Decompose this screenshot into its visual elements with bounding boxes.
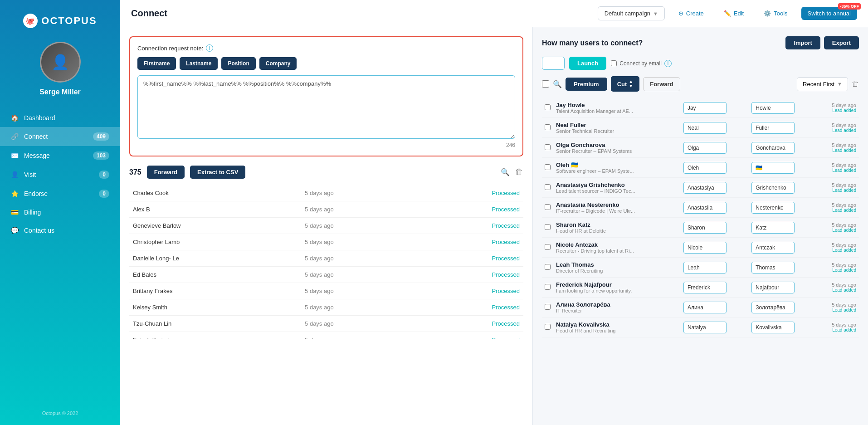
lead-first-input[interactable] (683, 182, 727, 194)
queue-header: 375 Forward Extract to CSV 🔍 🗑 (129, 166, 523, 179)
edit-button[interactable]: ✏️ Edit (717, 7, 750, 20)
lead-checkbox[interactable] (545, 144, 551, 150)
sidebar-badge: 103 (93, 151, 109, 160)
campaign-select[interactable]: Default campaign ▼ (598, 6, 665, 20)
lead-title: Director of Recruiting (556, 268, 678, 274)
tag-position[interactable]: Position (221, 57, 255, 70)
lead-last-input[interactable] (751, 142, 795, 154)
lead-first-input[interactable] (683, 122, 727, 134)
info-icon[interactable]: i (206, 44, 213, 52)
sidebar-item-connect[interactable]: 🔗 Connect 409 (0, 127, 120, 146)
table-row: Tzu-Chuan Lin 5 days ago Processed (129, 316, 523, 332)
lead-first-input[interactable] (683, 202, 727, 214)
lead-first-input[interactable] (683, 242, 727, 254)
sidebar-item-label: Contact us (24, 227, 54, 234)
lead-checkbox[interactable] (545, 164, 551, 170)
lead-last-input[interactable] (751, 102, 795, 114)
sidebar-item-visit[interactable]: 👤 Visit 0 (0, 165, 120, 184)
message-input[interactable] (137, 75, 515, 139)
table-row: Kelsey Smith 5 days ago Processed (129, 299, 523, 316)
sidebar-item-message[interactable]: ✉️ Message 103 (0, 146, 120, 165)
sidebar-item-contact[interactable]: 💬 Contact us (0, 221, 120, 239)
cut-button[interactable]: Cut ▲▼ (611, 76, 640, 92)
lead-last-input[interactable] (751, 282, 795, 293)
lead-first-input[interactable] (683, 322, 727, 333)
lead-first-input[interactable] (683, 282, 727, 293)
tools-button[interactable]: ⚙️ Tools (757, 7, 794, 20)
extract-csv-button[interactable]: Extract to CSV (190, 166, 245, 179)
sidebar-nav: 🏠 Dashboard 🔗 Connect 409 ✉️ Message 103… (0, 109, 120, 239)
lead-last-input[interactable] (751, 122, 795, 134)
leads-search-button[interactable]: 🔍 (553, 80, 562, 88)
import-button[interactable]: Import (785, 36, 820, 49)
select-all-checkbox[interactable] (542, 80, 549, 88)
lead-checkbox[interactable] (545, 124, 551, 130)
switch-annual-button[interactable]: Switch to annual -35% OFF (801, 7, 857, 20)
lead-last-input[interactable] (751, 202, 795, 214)
queue-delete-button[interactable]: 🗑 (515, 167, 523, 177)
lead-first-input[interactable] (683, 262, 727, 274)
lead-title: Head of HR and Recruiting (556, 328, 678, 333)
lead-last-input[interactable] (751, 242, 795, 254)
lead-first-input[interactable] (683, 302, 727, 313)
lead-status: Processed (414, 283, 523, 299)
launch-button[interactable]: Launch (569, 57, 606, 70)
lead-checkbox[interactable] (545, 304, 551, 310)
lead-first-input[interactable] (683, 162, 727, 174)
premium-filter-button[interactable]: Premium (566, 78, 607, 91)
leads-delete-button[interactable]: 🗑 (852, 80, 859, 88)
lead-first-input[interactable] (683, 142, 727, 154)
list-item: Natalya Kovalivska Head of HR and Recrui… (542, 318, 859, 337)
tag-company[interactable]: Company (259, 57, 297, 70)
sidebar-item-dashboard[interactable]: 🏠 Dashboard (0, 109, 120, 127)
lead-last-input[interactable] (751, 302, 795, 313)
email-check: Connect by email i (611, 60, 672, 67)
sidebar-item-label: Visit (24, 171, 36, 178)
lead-name: Olga Goncharova (556, 142, 678, 148)
lead-checkbox[interactable] (545, 244, 551, 250)
lead-name: Алина Золотарёва (556, 301, 678, 308)
lead-last-input[interactable] (751, 262, 795, 274)
lead-status: Processed (414, 234, 523, 250)
lead-last-input[interactable] (751, 322, 795, 333)
message-icon: ✉️ (11, 152, 19, 159)
queue-search-button[interactable]: 🔍 (501, 168, 510, 176)
lead-time: 5 days ago (820, 142, 856, 148)
create-button[interactable]: ⊕ Create (672, 7, 710, 20)
lead-first-input[interactable] (683, 102, 727, 114)
export-button[interactable]: Export (824, 36, 859, 49)
tag-lastname[interactable]: Lastname (180, 57, 218, 70)
lead-time: 5 days ago (820, 282, 856, 288)
visit-icon: 👤 (11, 171, 19, 178)
lead-status: Processed (414, 267, 523, 283)
lead-checkbox[interactable] (545, 324, 551, 330)
lead-title: IT-recruiter – Digicode | We're Ukr... (556, 208, 678, 214)
lead-last-input[interactable] (751, 182, 795, 194)
page-title: Connect (131, 8, 167, 19)
lead-last-input[interactable] (751, 222, 795, 234)
lead-checkbox[interactable] (545, 104, 551, 110)
lead-checkbox[interactable] (545, 224, 551, 230)
tag-firstname[interactable]: Firstname (137, 57, 176, 70)
sidebar-item-label: Billing (24, 209, 41, 216)
sidebar-item-endorse[interactable]: ⭐ Endorse 0 (0, 184, 120, 203)
lead-time: 5 days ago (820, 322, 856, 327)
email-info-icon[interactable]: i (664, 60, 672, 67)
lead-checkbox[interactable] (545, 264, 551, 270)
recent-first-select[interactable]: Recent First ▼ (797, 77, 848, 91)
lead-checkbox[interactable] (545, 204, 551, 210)
filter-row: 🔍 Premium Cut ▲▼ Forward Recent First ▼ … (542, 76, 859, 92)
user-count-input[interactable] (542, 57, 565, 70)
lead-checkbox[interactable] (545, 184, 551, 190)
lead-time: 5 days ago (820, 202, 856, 208)
forward-button-2[interactable]: Forward (643, 77, 680, 91)
lead-first-input[interactable] (683, 222, 727, 234)
lead-name: Sharon Katz (556, 221, 678, 228)
list-item: Anastasiia Nesterenko IT-recruiter – Dig… (542, 198, 859, 218)
sidebar-item-billing[interactable]: 💳 Billing (0, 203, 120, 221)
forward-button[interactable]: Forward (147, 166, 185, 179)
lead-last-input[interactable] (751, 162, 795, 174)
lead-checkbox[interactable] (545, 284, 551, 290)
list-item: Anastasiya Grishchenko Lead talent sourc… (542, 178, 859, 198)
email-checkbox[interactable] (611, 60, 617, 66)
